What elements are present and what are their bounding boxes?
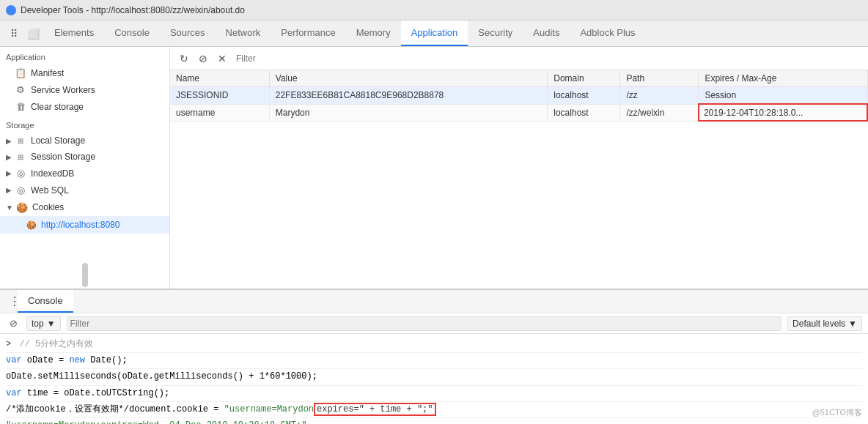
context-dropdown-arrow: ▼ bbox=[47, 319, 56, 329]
devtools-icon-2[interactable]: ⬜ bbox=[25, 26, 41, 42]
local-storage-icon: ⊞ bbox=[15, 137, 26, 145]
cookies-icon: 🍪 bbox=[16, 202, 28, 213]
sidebar-indexeddb[interactable]: ▶ ◎ IndexedDB bbox=[0, 165, 169, 182]
cookie-child-icon: 🍪 bbox=[26, 220, 37, 230]
indexeddb-arrow: ▶ bbox=[6, 169, 12, 177]
content-panel: ↻ ⊘ ✕ Name Value Domain Path Expires / M… bbox=[170, 47, 868, 289]
sidebar-storage-header: Storage bbox=[0, 115, 169, 133]
sidebar-cookies[interactable]: ▼ 🍪 Cookies bbox=[0, 198, 169, 216]
console-filter-input[interactable] bbox=[67, 316, 781, 331]
cell-4: Session bbox=[699, 87, 867, 105]
sidebar-session-storage[interactable]: ▶ ⊞ Session Storage bbox=[0, 149, 169, 165]
cell-1: Marydon bbox=[269, 104, 548, 121]
console-code-5: /*添加cookie，设置有效期*/document.cookie = "use… bbox=[6, 403, 436, 416]
service-workers-icon: ⚙ bbox=[15, 84, 26, 95]
watermark: @51CTO博客 bbox=[812, 407, 862, 418]
sidebar-item-clear-storage-label: Clear storage bbox=[31, 102, 84, 112]
sidebar-cookies-localhost[interactable]: 🍪 http://localhost:8080 bbox=[0, 216, 169, 234]
cell-3: /zz/weixin bbox=[620, 104, 699, 121]
sidebar-app-header: Application bbox=[0, 47, 169, 64]
console-text-1: // 5分钟之内有效 bbox=[19, 339, 93, 349]
console-line-2: var oDate = new Date(); bbox=[6, 353, 862, 369]
clear-storage-icon: 🗑 bbox=[15, 101, 26, 112]
tab-security[interactable]: Security bbox=[468, 21, 523, 46]
console-output: > // 5分钟之内有效 var oDate = new Date(); oDa… bbox=[0, 334, 868, 424]
cookies-arrow: ▼ bbox=[6, 204, 13, 212]
col-value: Value bbox=[269, 70, 548, 87]
console-levels-select[interactable]: Default levels ▼ bbox=[787, 316, 862, 331]
devtools-icon-1[interactable]: ⠿ bbox=[6, 26, 22, 42]
session-storage-arrow: ▶ bbox=[6, 153, 12, 161]
console-line-1: > // 5分钟之内有效 bbox=[6, 337, 862, 353]
tab-network[interactable]: Network bbox=[216, 21, 271, 46]
tab-console-bottom[interactable]: Console bbox=[18, 290, 73, 313]
tab-memory[interactable]: Memory bbox=[346, 21, 401, 46]
console-line-4: var time = oDate.toUTCString(); bbox=[6, 386, 862, 402]
tab-sources[interactable]: Sources bbox=[160, 21, 216, 46]
tab-performance[interactable]: Performance bbox=[271, 21, 345, 46]
local-storage-arrow: ▶ bbox=[6, 137, 12, 145]
console-tab-bar: ⋮ Console bbox=[0, 290, 868, 313]
session-storage-icon: ⊞ bbox=[15, 153, 26, 161]
indexeddb-icon: ◎ bbox=[15, 168, 26, 179]
title-bar-text: Developer Tools - http://localhost:8080/… bbox=[21, 5, 245, 15]
cell-2: localhost bbox=[548, 104, 620, 121]
sidebar-cookies-label: Cookies bbox=[32, 202, 64, 212]
sidebar-web-sql[interactable]: ▶ ◎ Web SQL bbox=[0, 182, 169, 198]
console-line-3: oDate.setMilliseconds(oDate.getMilliseco… bbox=[6, 369, 862, 385]
sidebar-item-manifest[interactable]: 📋 Manifest bbox=[0, 64, 169, 81]
sidebar-item-manifest-label: Manifest bbox=[31, 68, 64, 78]
sidebar-item-clear-storage[interactable]: 🗑 Clear storage bbox=[0, 98, 169, 115]
cell-0: username bbox=[170, 104, 269, 121]
table-row[interactable]: JSESSIONID22FE833EE6B81CA8818C9E968D2B88… bbox=[170, 87, 867, 105]
block-button[interactable]: ⊘ bbox=[195, 51, 211, 67]
tab-console[interactable]: Console bbox=[104, 21, 160, 46]
console-code-4: var time = oDate.toUTCString(); bbox=[6, 388, 169, 398]
cell-2: localhost bbox=[548, 87, 620, 105]
sidebar-cookies-localhost-label: http://localhost:8080 bbox=[41, 220, 119, 230]
sidebar-local-storage[interactable]: ▶ ⊞ Local Storage bbox=[0, 133, 169, 149]
bottom-panel: ⋮ Console ⊘ top ▼ Default levels ▼ > // … bbox=[0, 289, 868, 424]
tab-adblock[interactable]: Adblock Plus bbox=[570, 21, 645, 46]
cookies-children: 🍪 http://localhost:8080 bbox=[0, 216, 169, 234]
levels-label: Default levels bbox=[792, 319, 845, 329]
col-name: Name bbox=[170, 70, 269, 87]
devtools-icon bbox=[6, 5, 16, 15]
clear-button[interactable]: ✕ bbox=[214, 51, 230, 67]
cell-0: JSESSIONID bbox=[170, 87, 269, 105]
cookies-table-container: Name Value Domain Path Expires / Max-Age… bbox=[170, 70, 868, 289]
console-stop-btn[interactable]: ⊘ bbox=[6, 316, 21, 331]
console-line-6: "username=Marydon;expires=Wed, 04 Dec 20… bbox=[6, 418, 862, 424]
main-area: Application 📋 Manifest ⚙ Service Workers… bbox=[0, 47, 868, 289]
tab-elements[interactable]: Elements bbox=[44, 21, 104, 46]
col-expires: Expires / Max-Age bbox=[699, 70, 867, 87]
sidebar-local-storage-label: Local Storage bbox=[31, 135, 85, 146]
sidebar-session-storage-label: Session Storage bbox=[31, 152, 95, 162]
refresh-button[interactable]: ↻ bbox=[176, 51, 192, 67]
console-toolbar: ⊘ top ▼ Default levels ▼ bbox=[0, 313, 868, 334]
tab-audits[interactable]: Audits bbox=[523, 21, 570, 46]
console-code-2: var oDate = new Date(); bbox=[6, 355, 128, 365]
sidebar-web-sql-label: Web SQL bbox=[31, 185, 69, 196]
sidebar-item-service-workers[interactable]: ⚙ Service Workers bbox=[0, 81, 169, 98]
console-context-label: top bbox=[32, 319, 44, 329]
console-line-5: /*添加cookie，设置有效期*/document.cookie = "use… bbox=[6, 402, 862, 418]
col-domain: Domain bbox=[548, 70, 620, 87]
console-code-3: oDate.setMilliseconds(oDate.getMilliseco… bbox=[6, 371, 317, 382]
console-context-select[interactable]: top ▼ bbox=[26, 316, 61, 331]
cookies-table: Name Value Domain Path Expires / Max-Age… bbox=[170, 70, 868, 122]
col-path: Path bbox=[620, 70, 699, 87]
web-sql-arrow: ▶ bbox=[6, 186, 12, 194]
console-tab-dots[interactable]: ⋮ bbox=[6, 293, 23, 310]
sidebar-indexeddb-label: IndexedDB bbox=[31, 168, 74, 179]
cell-4: 2019-12-04T10:28:18.0... bbox=[699, 104, 867, 121]
sidebar-scrollbar[interactable] bbox=[82, 263, 88, 287]
levels-dropdown-arrow: ▼ bbox=[848, 319, 857, 329]
manifest-icon: 📋 bbox=[15, 67, 26, 78]
tab-application[interactable]: Application bbox=[401, 21, 468, 46]
table-row[interactable]: usernameMarydonlocalhost/zz/weixin2019-1… bbox=[170, 104, 867, 121]
sidebar: Application 📋 Manifest ⚙ Service Workers… bbox=[0, 47, 170, 289]
sidebar-item-service-workers-label: Service Workers bbox=[31, 85, 95, 95]
filter-input[interactable] bbox=[233, 52, 862, 65]
web-sql-icon: ◎ bbox=[15, 185, 26, 196]
